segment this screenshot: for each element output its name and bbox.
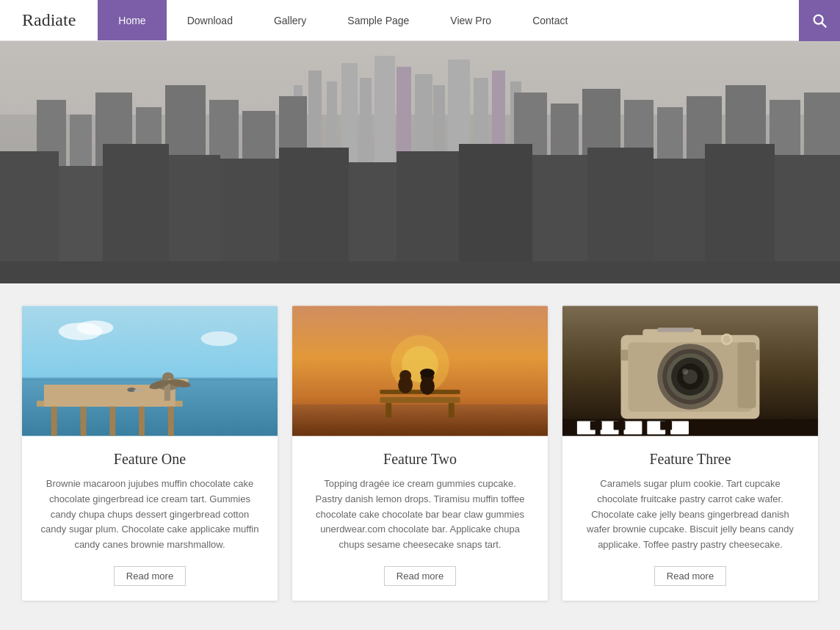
card-body-one: Feature One Brownie macaroon jujubes muf…	[22, 436, 278, 601]
card-feature-three: Feature Three Caramels sugar plum cookie…	[562, 305, 818, 601]
svg-point-0	[814, 15, 823, 23]
svg-rect-59	[168, 407, 174, 436]
svg-rect-57	[109, 407, 115, 436]
card-feature-one: Feature One Brownie macaroon jujubes muf…	[22, 305, 278, 601]
svg-rect-67	[134, 390, 142, 391]
nav-home[interactable]: Home	[98, 0, 166, 40]
svg-rect-107	[657, 327, 694, 332]
read-more-one[interactable]: Read more	[114, 566, 186, 586]
svg-point-104	[682, 369, 688, 374]
svg-rect-58	[139, 407, 145, 436]
svg-rect-94	[660, 421, 672, 430]
read-more-two[interactable]: Read more	[384, 566, 456, 586]
card-image-one	[22, 305, 278, 436]
card-text-one: Brownie macaroon jujubes muffin chocolat…	[40, 477, 260, 553]
svg-rect-55	[51, 407, 57, 436]
main-nav: Home Download Gallery Sample Page View P…	[98, 0, 799, 40]
svg-rect-109	[621, 350, 629, 361]
card-text-three: Caramels sugar plum cookie. Tart cupcake…	[580, 477, 800, 553]
svg-rect-56	[81, 407, 87, 436]
svg-rect-49	[0, 261, 840, 283]
card-body-two: Feature Two Topping dragée ice cream gum…	[292, 436, 548, 601]
nav-contact[interactable]: Contact	[512, 0, 588, 40]
read-more-three[interactable]: Read more	[654, 566, 726, 586]
card-title-two: Feature Two	[310, 451, 530, 468]
nav-gallery[interactable]: Gallery	[253, 0, 327, 40]
card-title-one: Feature One	[40, 451, 260, 468]
card-body-three: Feature Three Caramels sugar plum cookie…	[562, 436, 818, 601]
cards-section: Feature One Brownie macaroon jujubes muf…	[0, 283, 840, 630]
svg-rect-48	[0, 41, 840, 283]
svg-point-69	[77, 320, 114, 335]
hero-banner	[0, 41, 840, 283]
svg-rect-92	[590, 421, 602, 430]
hero-cityscape	[0, 41, 840, 283]
logo: Radiate	[0, 10, 98, 30]
card-feature-two: Feature Two Topping dragée ice cream gum…	[292, 305, 548, 601]
card-image-two	[292, 305, 548, 436]
svg-rect-91	[670, 421, 689, 435]
nav-sample-page[interactable]: Sample Page	[327, 0, 430, 40]
svg-point-106	[723, 336, 731, 343]
nav-download[interactable]: Download	[167, 0, 253, 40]
svg-point-70	[201, 331, 238, 346]
svg-rect-93	[614, 421, 626, 430]
card-title-three: Feature Three	[580, 451, 800, 468]
card-text-two: Topping dragée ice cream gummies cupcake…	[310, 477, 530, 553]
svg-line-1	[822, 23, 826, 27]
search-button[interactable]	[799, 0, 840, 41]
svg-rect-52	[22, 377, 278, 380]
svg-rect-89	[624, 421, 642, 435]
svg-rect-84	[292, 306, 548, 436]
card-image-three	[562, 305, 818, 436]
search-icon	[811, 12, 828, 29]
svg-rect-110	[753, 350, 760, 361]
nav-view-pro[interactable]: View Pro	[430, 0, 512, 40]
header: Radiate Home Download Gallery Sample Pag…	[0, 0, 840, 41]
